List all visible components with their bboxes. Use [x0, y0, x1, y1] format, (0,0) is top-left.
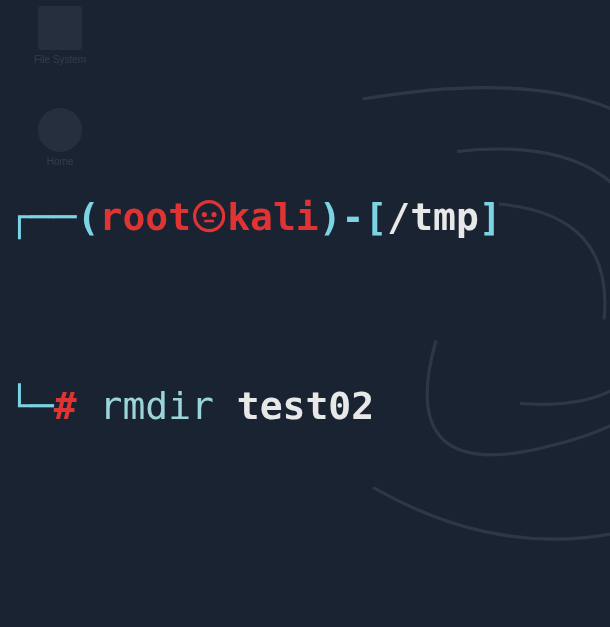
svg-point-0	[195, 202, 224, 231]
command-line[interactable]: └─# rmdir test02	[8, 383, 610, 430]
command-rmdir: rmdir	[100, 384, 214, 428]
terminal[interactable]: ┌──(rootkali)-[/tmp] └─# rmdir test02 ┌─…	[8, 6, 610, 627]
prompt-line-top: ┌──(rootkali)-[/tmp]	[8, 194, 610, 241]
prompt-host: kali	[227, 195, 319, 239]
kali-skull-icon	[193, 200, 225, 232]
svg-point-2	[211, 212, 216, 217]
command-arg: test02	[237, 384, 374, 428]
prompt-hash: #	[54, 384, 77, 428]
blank-line	[8, 571, 610, 627]
svg-point-1	[202, 212, 207, 217]
prompt-user: root	[100, 195, 192, 239]
prompt-cwd: /tmp	[387, 195, 479, 239]
